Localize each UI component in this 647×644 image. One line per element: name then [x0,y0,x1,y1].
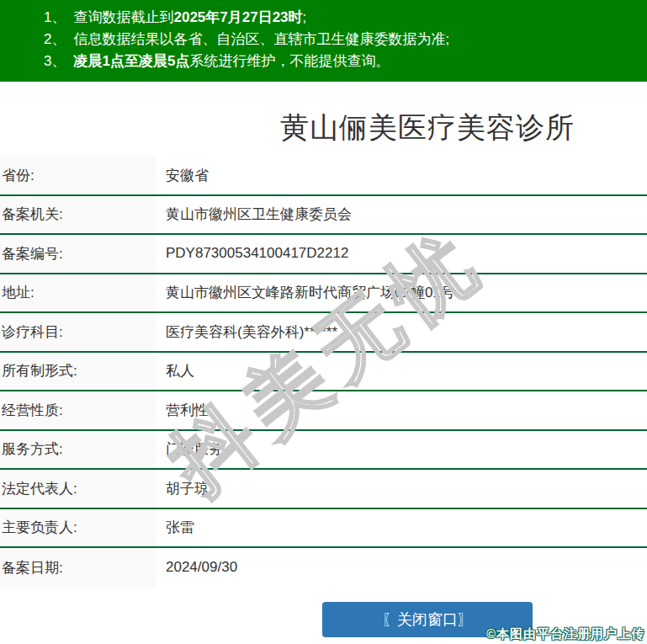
notice-text-bold: 凌晨1点至凌晨5点 [73,53,189,69]
row-value: PDY87300534100417D2212 [156,235,647,273]
notice-number: 3、 [44,53,66,69]
row-label: 备案机关: [0,196,156,234]
row-value: 安徽省 [156,157,647,194]
table-row-address: 地址: 黄山市徽州区文峰路新时代商贸广场02幢01号 [0,274,647,314]
row-label: 省份: [0,157,156,194]
table-row-business-nature: 经营性质: 营利性 [0,391,647,431]
table-row-legal-representative: 法定代表人: 胡子琼 [0,470,647,509]
notice-number: 1、 [44,9,66,25]
notice-banner: 1、查询数据截止到2025年7月27日23时; 2、信息数据结果以各省、自治区、… [0,0,647,82]
row-value: 私人 [156,353,647,391]
row-label: 服务方式: [0,431,156,469]
notice-line-3: 3、凌晨1点至凌晨5点系统进行维护，不能提供查询。 [0,51,647,72]
row-label: 所有制形式: [0,353,156,391]
row-value: 胡子琼 [156,470,647,508]
table-row-departments: 诊疗科目: 医疗美容科(美容外科)****** [0,313,647,353]
row-value: 2024/09/30 [156,548,647,588]
table-row-person-in-charge: 主要负责人: 张雷 [0,509,647,549]
table-row-record-date: 备案日期: 2024/09/30 [0,548,647,588]
row-value: 黄山市徽州区卫生健康委员会 [156,196,647,234]
row-label: 诊疗科目: [0,313,156,351]
row-label: 备案编号: [0,235,156,273]
table-row-authority: 备案机关: 黄山市徽州区卫生健康委员会 [0,196,647,236]
row-label: 经营性质: [0,391,156,429]
upload-credit-text: ©本图由平台注册用户上传 [486,626,644,642]
row-label: 地址: [0,274,156,312]
notice-number: 2、 [44,31,66,47]
table-row-record-number: 备案编号: PDY87300534100417D2212 [0,235,647,274]
row-label: 主要负责人: [0,509,156,547]
registration-table: 省份: 安徽省 备案机关: 黄山市徽州区卫生健康委员会 备案编号: PDY873… [0,157,647,588]
table-row-service-mode: 服务方式: 门诊服务 [0,431,647,471]
notice-text-bold: 2025年7月27日23时 [173,9,302,25]
row-value: 医疗美容科(美容外科)****** [156,313,647,351]
table-row-ownership: 所有制形式: 私人 [0,353,647,392]
notice-line-1: 1、查询数据截止到2025年7月27日23时; [0,7,647,29]
row-value: 黄山市徽州区文峰路新时代商贸广场02幢01号 [156,274,647,312]
notice-line-2: 2、信息数据结果以各省、自治区、直辖市卫生健康委数据为准; [0,29,647,51]
row-value: 张雷 [156,509,647,547]
row-value: 营利性 [156,391,647,429]
row-label: 法定代表人: [0,470,156,508]
row-label: 备案日期: [0,548,156,588]
notice-text: 信息数据结果以各省、自治区、直辖市卫生健康委数据为准; [73,31,449,47]
notice-text: ; [303,9,307,25]
query-result-content: 黄山俪美医疗美容诊所 省份: 安徽省 备案机关: 黄山市徽州区卫生健康委员会 备… [0,82,647,637]
page-title: 黄山俪美医疗美容诊所 [0,82,647,140]
row-value: 门诊服务 [156,431,647,469]
table-row-province: 省份: 安徽省 [0,157,647,196]
notice-text: 系统进行维护，不能提供查询。 [189,53,390,69]
notice-text: 查询数据截止到 [73,9,173,25]
